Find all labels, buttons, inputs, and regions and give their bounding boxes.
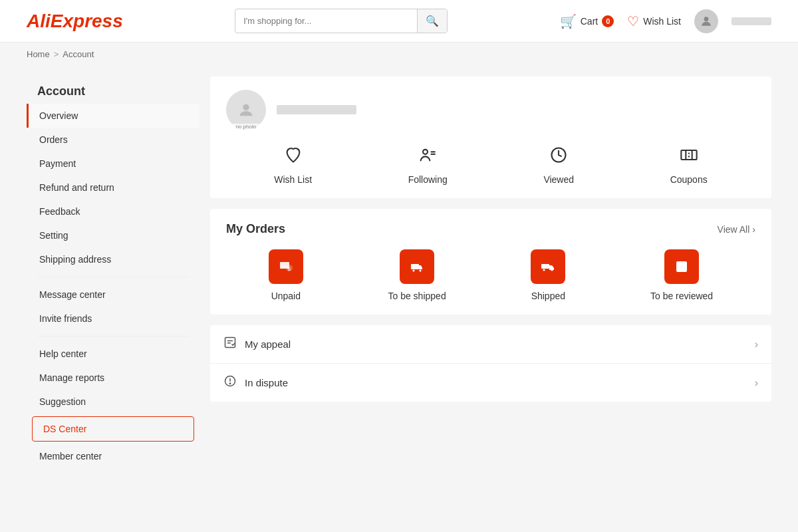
quick-link-coupons[interactable]: Coupons bbox=[670, 146, 708, 185]
sidebar-item-setting[interactable]: Setting bbox=[27, 223, 200, 247]
breadcrumb: Home > Account bbox=[0, 43, 798, 66]
username-placeholder bbox=[277, 105, 356, 114]
breadcrumb-current: Account bbox=[63, 49, 94, 59]
sidebar-link-overview[interactable]: Overview bbox=[29, 104, 200, 128]
sidebar-item-orders[interactable]: Orders bbox=[27, 128, 200, 152]
svg-rect-22 bbox=[676, 261, 687, 272]
sidebar-item-suggestion[interactable]: Suggestion bbox=[27, 390, 200, 414]
order-icon-to-be-reviewed bbox=[664, 249, 699, 284]
misc-arrow-appeal: › bbox=[755, 338, 758, 350]
following-label: Following bbox=[408, 174, 448, 185]
breadcrumb-home[interactable]: Home bbox=[27, 49, 50, 59]
sidebar-item-message[interactable]: Message center bbox=[27, 283, 200, 307]
view-all-button[interactable]: View All › bbox=[718, 224, 755, 235]
header: AliExpress 🔍 🛒 Cart 0 ♡ Wish List bbox=[0, 0, 798, 43]
order-to-be-reviewed[interactable]: To be reviewed bbox=[650, 249, 713, 301]
sidebar-title: Account bbox=[27, 76, 200, 104]
sidebar-item-invite[interactable]: Invite friends bbox=[27, 307, 200, 331]
viewed-icon bbox=[549, 146, 568, 169]
misc-icon-dispute bbox=[223, 374, 237, 391]
orders-header: My Orders View All › bbox=[226, 222, 755, 236]
quick-link-wish-list[interactable]: Wish List bbox=[274, 146, 312, 185]
sidebar-link-invite[interactable]: Invite friends bbox=[29, 307, 200, 331]
cart-icon: 🛒 bbox=[560, 13, 577, 29]
sidebar-item-refund[interactable]: Refund and return bbox=[27, 176, 200, 200]
breadcrumb-separator: > bbox=[54, 49, 59, 59]
logo[interactable]: AliExpress bbox=[27, 11, 123, 32]
sidebar-nav: OverviewOrdersPaymentRefund and returnFe… bbox=[27, 104, 200, 468]
sidebar-link-payment[interactable]: Payment bbox=[29, 152, 200, 176]
misc-label-dispute: In dispute bbox=[245, 377, 755, 388]
profile-card: no photo Wish ListFollowingViewedCoupons bbox=[210, 76, 771, 198]
order-shipped[interactable]: Shipped bbox=[531, 249, 565, 301]
search-input[interactable] bbox=[235, 11, 417, 31]
svg-point-2 bbox=[243, 104, 249, 110]
svg-point-3 bbox=[423, 150, 428, 154]
sidebar-link-suggestion[interactable]: Suggestion bbox=[29, 390, 200, 414]
sidebar: Account OverviewOrdersPaymentRefund and … bbox=[27, 76, 200, 468]
main-layout: Account OverviewOrdersPaymentRefund and … bbox=[0, 66, 798, 479]
quick-link-following[interactable]: Following bbox=[408, 146, 448, 185]
svg-rect-16 bbox=[411, 264, 419, 269]
sidebar-link-ds-center[interactable]: DS Center bbox=[33, 417, 194, 441]
coupons-icon bbox=[680, 146, 698, 169]
avatar: no photo bbox=[226, 90, 266, 130]
sidebar-link-setting[interactable]: Setting bbox=[29, 223, 200, 247]
sidebar-item-payment[interactable]: Payment bbox=[27, 152, 200, 176]
heart-icon: ♡ bbox=[627, 13, 639, 29]
svg-point-17 bbox=[413, 270, 415, 272]
svg-rect-23 bbox=[225, 338, 235, 348]
user-avatar[interactable] bbox=[694, 9, 718, 33]
sidebar-link-orders[interactable]: Orders bbox=[29, 128, 200, 152]
view-all-label: View All bbox=[718, 224, 750, 235]
sidebar-link-help[interactable]: Help center bbox=[29, 342, 200, 366]
misc-dispute[interactable]: In dispute› bbox=[210, 364, 771, 402]
misc-label-appeal: My appeal bbox=[245, 338, 755, 350]
order-label-to-be-shipped: To be shipped bbox=[388, 291, 446, 301]
cart-count: 0 bbox=[602, 15, 614, 27]
quick-link-viewed[interactable]: Viewed bbox=[543, 146, 574, 185]
sidebar-divider bbox=[37, 277, 189, 277]
sidebar-item-overview[interactable]: Overview bbox=[27, 104, 200, 128]
wish-list-icon bbox=[284, 146, 303, 169]
sidebar-item-ds-center[interactable]: DS Center bbox=[32, 416, 194, 442]
order-to-be-shipped[interactable]: To be shipped bbox=[388, 249, 446, 301]
search-area: 🔍 bbox=[150, 9, 533, 33]
order-icon-unpaid: $ bbox=[269, 249, 303, 284]
sidebar-item-member[interactable]: Member center bbox=[27, 444, 200, 468]
sidebar-link-member[interactable]: Member center bbox=[29, 444, 200, 468]
sidebar-item-feedback[interactable]: Feedback bbox=[27, 200, 200, 223]
sidebar-item-help[interactable]: Help center bbox=[27, 342, 200, 366]
search-box: 🔍 bbox=[235, 9, 448, 33]
search-button[interactable]: 🔍 bbox=[417, 9, 447, 33]
sidebar-item-reports[interactable]: Manage reports bbox=[27, 366, 200, 390]
svg-point-0 bbox=[704, 17, 709, 21]
order-icon-shipped bbox=[531, 249, 565, 284]
order-icon-to-be-shipped bbox=[400, 249, 434, 284]
order-label-to-be-reviewed: To be reviewed bbox=[650, 291, 713, 301]
orders-grid: $UnpaidTo be shippedShippedTo be reviewe… bbox=[226, 249, 755, 301]
cart-button[interactable]: 🛒 Cart 0 bbox=[560, 13, 614, 29]
content-area: no photo Wish ListFollowingViewedCoupons… bbox=[210, 76, 771, 468]
profile-top: no photo bbox=[226, 90, 755, 130]
viewed-label: Viewed bbox=[543, 174, 574, 185]
order-unpaid[interactable]: $Unpaid bbox=[269, 249, 303, 301]
svg-point-21 bbox=[551, 269, 553, 271]
sidebar-link-shipping[interactable]: Shipping address bbox=[29, 247, 200, 271]
sidebar-link-feedback[interactable]: Feedback bbox=[29, 200, 200, 223]
sidebar-link-reports[interactable]: Manage reports bbox=[29, 366, 200, 390]
sidebar-link-refund[interactable]: Refund and return bbox=[29, 176, 200, 200]
avatar-label: no photo bbox=[226, 124, 266, 130]
wishlist-button[interactable]: ♡ Wish List bbox=[627, 13, 681, 29]
svg-point-18 bbox=[420, 270, 422, 272]
svg-rect-19 bbox=[541, 264, 549, 269]
svg-point-28 bbox=[229, 383, 230, 384]
sidebar-link-message[interactable]: Message center bbox=[29, 283, 200, 307]
username-placeholder bbox=[732, 17, 771, 25]
misc-appeal[interactable]: My appeal› bbox=[210, 325, 771, 364]
svg-rect-7 bbox=[681, 150, 696, 160]
following-icon bbox=[418, 146, 437, 169]
misc-icon-appeal bbox=[223, 336, 237, 352]
header-actions: 🛒 Cart 0 ♡ Wish List bbox=[560, 9, 771, 33]
sidebar-item-shipping[interactable]: Shipping address bbox=[27, 247, 200, 271]
